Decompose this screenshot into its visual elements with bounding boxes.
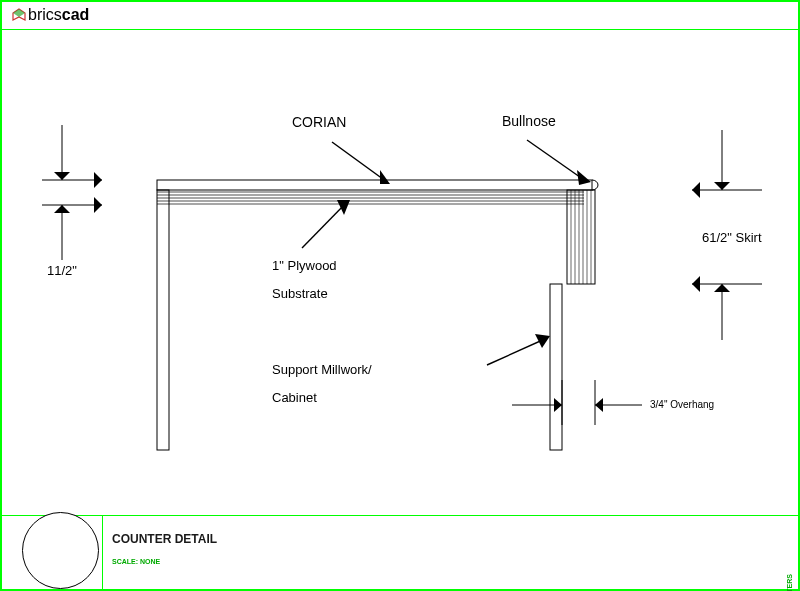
svg-line-39 (332, 142, 387, 182)
label-corian: CORIAN (292, 114, 346, 130)
cad-drawing: 11/2" 61/2" Skirt 3/4" Overhang CORIAN (2, 30, 798, 518)
svg-marker-42 (577, 170, 591, 185)
svg-marker-40 (380, 170, 390, 184)
svg-rect-16 (550, 284, 562, 450)
svg-marker-18 (54, 172, 70, 180)
label-bullnose: Bullnose (502, 113, 556, 129)
svg-marker-1 (13, 9, 25, 17)
svg-line-43 (302, 202, 347, 248)
svg-marker-30 (692, 182, 700, 198)
label-plywood-l2: Substrate (272, 286, 328, 301)
brand-logo: bricscad (12, 6, 89, 24)
dim-thickness: 11/2" (47, 263, 77, 278)
svg-marker-32 (692, 276, 700, 292)
footer-sep (102, 516, 103, 589)
bricscad-icon (12, 8, 26, 22)
svg-marker-38 (595, 398, 603, 412)
label-support-l2: Cabinet (272, 390, 317, 405)
svg-rect-2 (157, 180, 592, 190)
svg-marker-44 (337, 200, 350, 215)
drawing-side-label: COUNTERS (786, 574, 793, 591)
drawing-title: COUNTER DETAIL (112, 532, 217, 546)
svg-marker-22 (94, 172, 102, 188)
dim-skirt: 61/2" Skirt (702, 230, 762, 245)
svg-marker-36 (554, 398, 562, 412)
svg-marker-26 (714, 182, 730, 190)
label-plywood-l1: 1" Plywood (272, 258, 337, 273)
dim-overhang: 3/4" Overhang (650, 399, 714, 410)
svg-marker-28 (714, 284, 730, 292)
svg-line-45 (487, 338, 547, 365)
svg-marker-24 (94, 197, 102, 213)
brand-text: bricscad (28, 6, 89, 24)
title-block: COUNTER DETAIL SCALE: NONE COUNTERS (2, 516, 798, 589)
svg-marker-20 (54, 205, 70, 213)
svg-rect-15 (157, 190, 169, 450)
revision-circle (22, 512, 99, 589)
label-support-l1: Support Millwork/ (272, 362, 372, 377)
app-window: bricscad (0, 0, 800, 591)
drawing-canvas[interactable]: 11/2" 61/2" Skirt 3/4" Overhang CORIAN (2, 30, 798, 516)
drawing-scale: SCALE: NONE (112, 558, 160, 565)
svg-marker-46 (535, 334, 550, 348)
